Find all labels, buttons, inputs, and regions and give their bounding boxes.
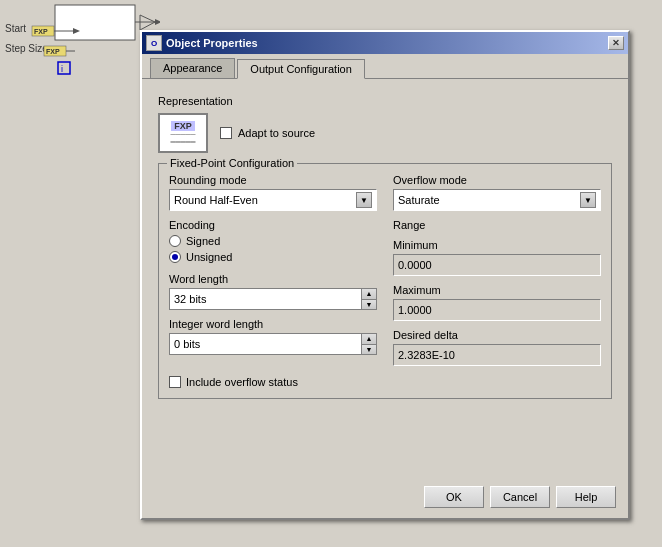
adapt-source-label: Adapt to source (238, 127, 315, 139)
fp-config-label: Fixed-Point Configuration (167, 157, 297, 169)
svg-text:FXP: FXP (34, 28, 48, 35)
rounding-mode-arrow: ▼ (356, 192, 372, 208)
include-overflow-row: Include overflow status (169, 376, 601, 388)
svg-text:Step Size: Step Size (5, 43, 48, 54)
word-length-up[interactable]: ▲ (362, 289, 376, 300)
word-length-spinner-btns: ▲ ▼ (361, 288, 377, 310)
signed-radio-row: Signed (169, 235, 377, 247)
tab-bar: Appearance Output Configuration (142, 54, 628, 79)
overflow-mode-arrow: ▼ (580, 192, 596, 208)
svg-text:FXP: FXP (46, 48, 60, 55)
encoding-radio-group: Signed Unsigned (169, 235, 377, 263)
unsigned-radio[interactable] (169, 251, 181, 263)
word-length-spinner: ▲ ▼ (169, 288, 377, 310)
tab-output-configuration[interactable]: Output Configuration (237, 59, 365, 79)
adapt-source-row: Adapt to source (220, 127, 315, 139)
ok-button[interactable]: OK (424, 486, 484, 508)
rounding-overflow-row: Rounding mode Round Half-Even ▼ Overflow… (169, 174, 601, 211)
encoding-label: Encoding (169, 219, 377, 231)
encoding-range-row: Encoding Signed Unsigned Word length (169, 219, 601, 366)
word-length-down[interactable]: ▼ (362, 300, 376, 310)
overflow-mode-label: Overflow mode (393, 174, 601, 186)
svg-text:i: i (61, 64, 63, 74)
representation-area: FXP ─────═════ Adapt to source (158, 113, 612, 153)
tab-content: Representation FXP ─────═════ Adapt to s… (142, 79, 628, 411)
integer-word-length-spinner-btns: ▲ ▼ (361, 333, 377, 355)
minimum-value: 0.0000 (393, 254, 601, 276)
svg-text:Start: Start (5, 23, 26, 34)
dialog-icon: O (146, 35, 162, 51)
signed-radio[interactable] (169, 235, 181, 247)
button-bar: OK Cancel Help (142, 476, 628, 518)
word-length-label: Word length (169, 273, 377, 285)
svg-rect-1 (55, 5, 135, 40)
minimum-label: Minimum (393, 239, 601, 251)
tab-appearance[interactable]: Appearance (150, 58, 235, 78)
include-overflow-checkbox[interactable] (169, 376, 181, 388)
maximum-value: 1.0000 (393, 299, 601, 321)
cancel-button[interactable]: Cancel (490, 486, 550, 508)
integer-word-length-down[interactable]: ▼ (362, 345, 376, 355)
desired-delta-value: 2.3283E-10 (393, 344, 601, 366)
overflow-mode-dropdown[interactable]: Saturate ▼ (393, 189, 601, 211)
range-label: Range (393, 219, 601, 231)
signed-label: Signed (186, 235, 220, 247)
dialog-title: Object Properties (166, 37, 258, 49)
include-overflow-label: Include overflow status (186, 376, 298, 388)
rounding-mode-dropdown[interactable]: Round Half-Even ▼ (169, 189, 377, 211)
integer-word-length-up[interactable]: ▲ (362, 334, 376, 345)
close-button[interactable]: ✕ (608, 36, 624, 50)
word-length-input[interactable] (169, 288, 361, 310)
unsigned-label: Unsigned (186, 251, 232, 263)
title-bar: O Object Properties ✕ (142, 32, 628, 54)
help-button[interactable]: Help (556, 486, 616, 508)
unsigned-radio-row: Unsigned (169, 251, 377, 263)
rounding-mode-label: Rounding mode (169, 174, 377, 186)
integer-word-length-input[interactable] (169, 333, 361, 355)
representation-label: Representation (158, 95, 612, 107)
fp-config-box: Fixed-Point Configuration Rounding mode … (158, 163, 612, 399)
adapt-source-checkbox[interactable] (220, 127, 232, 139)
integer-word-length-label: Integer word length (169, 318, 377, 330)
diagram-area: Start FXP Step Size FXP i (0, 0, 160, 120)
integer-word-length-spinner: ▲ ▼ (169, 333, 377, 355)
desired-delta-label: Desired delta (393, 329, 601, 341)
maximum-label: Maximum (393, 284, 601, 296)
object-properties-dialog: O Object Properties ✕ Appearance Output … (140, 30, 630, 520)
representation-icon: FXP ─────═════ (158, 113, 208, 153)
